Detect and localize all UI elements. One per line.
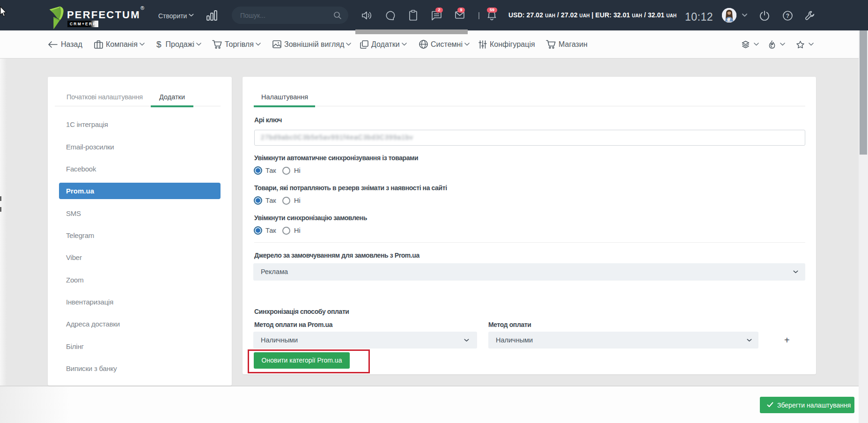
svg-text:?: ?: [786, 13, 789, 19]
